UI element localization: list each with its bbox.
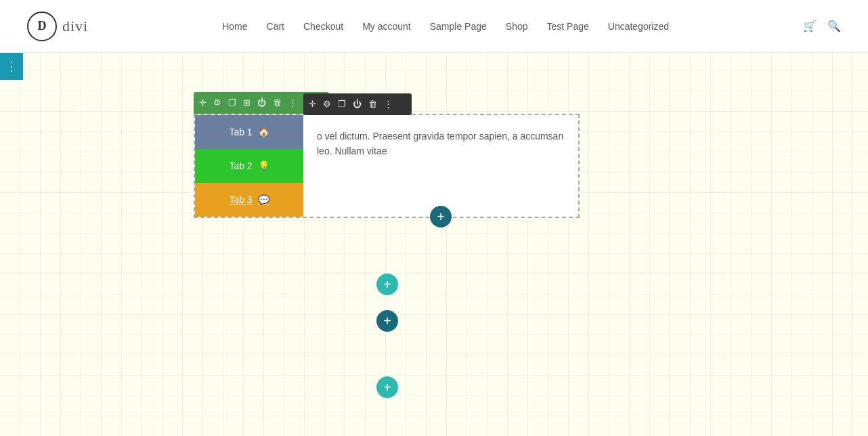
- inner-delete-icon[interactable]: 🗑: [367, 96, 378, 113]
- add-btn-3[interactable]: +: [376, 376, 398, 398]
- nav-shop[interactable]: Shop: [506, 21, 528, 32]
- add-btn-2[interactable]: +: [376, 310, 398, 332]
- toggle-icon[interactable]: ⏻: [256, 96, 267, 110]
- inner-more-icon[interactable]: ⋮: [383, 96, 394, 113]
- add-btn-1[interactable]: +: [376, 274, 398, 295]
- tab-list: Tab 1 🏠 Tab 2 💡 Tab 3 💬: [195, 115, 303, 217]
- inner-settings-icon[interactable]: ⚙: [322, 96, 332, 113]
- more-icon[interactable]: ⋮: [287, 96, 299, 110]
- logo[interactable]: D divi: [27, 12, 88, 41]
- search-icon[interactable]: 🔍: [827, 20, 841, 32]
- add-btn-wrapper-2: +: [376, 310, 398, 332]
- nav-uncategorized[interactable]: Uncategorized: [608, 21, 669, 32]
- tab1-icon: 🏠: [258, 127, 269, 137]
- inner-copy-icon[interactable]: ❐: [337, 96, 347, 113]
- settings-icon[interactable]: ⚙: [212, 96, 223, 110]
- copy-icon[interactable]: ❐: [227, 96, 238, 110]
- tab-item-3[interactable]: Tab 3 💬: [195, 183, 303, 217]
- tab-item-1[interactable]: Tab 1 🏠: [195, 115, 303, 149]
- delete-icon[interactable]: 🗑: [272, 96, 283, 110]
- left-toolbar[interactable]: ⋮: [0, 53, 23, 80]
- tab-module: ✛ ⚙ ❐ ⊞ ⏻ 🗑 ⋮ Tab 1 🏠 Tab 2 💡: [194, 92, 580, 218]
- logo-text: divi: [62, 18, 88, 35]
- add-btn-wrapper-3: +: [376, 376, 398, 398]
- tab2-icon: 💡: [258, 160, 269, 171]
- nav-home[interactable]: Home: [222, 21, 247, 32]
- grid-icon[interactable]: ⊞: [242, 96, 252, 110]
- logo-icon: D: [27, 12, 57, 41]
- nav-my-account[interactable]: My account: [362, 21, 411, 32]
- tab-content-text: o vel dictum. Praesent gravida tempor sa…: [317, 129, 565, 159]
- header-actions: 🛒 🔍: [803, 20, 841, 32]
- main-content: ✛ ⚙ ❐ ⊞ ⏻ 🗑 ⋮ Tab 1 🏠 Tab 2 💡: [0, 53, 868, 436]
- nav-cart[interactable]: Cart: [267, 21, 284, 32]
- nav-test-page[interactable]: Test Page: [547, 21, 589, 32]
- tab-item-2[interactable]: Tab 2 💡: [195, 149, 303, 183]
- add-btn-wrapper-1: +: [376, 274, 398, 295]
- add-btn-content[interactable]: +: [430, 206, 452, 227]
- inner-move-icon[interactable]: ✛: [307, 96, 318, 113]
- header: D divi Home Cart Checkout My account Sam…: [0, 0, 868, 53]
- left-toolbar-icon: ⋮: [5, 59, 18, 74]
- main-nav: Home Cart Checkout My account Sample Pag…: [222, 20, 669, 32]
- move-icon[interactable]: ✛: [198, 96, 208, 110]
- tab3-icon: 💬: [258, 194, 269, 205]
- nav-checkout[interactable]: Checkout: [303, 21, 343, 32]
- inner-toolbar: ✛ ⚙ ❐ ⏻ 🗑 ⋮: [303, 93, 412, 115]
- tab-container: Tab 1 🏠 Tab 2 💡 Tab 3 💬 ✛ ⚙: [194, 114, 580, 218]
- nav-sample-page[interactable]: Sample Page: [430, 21, 487, 32]
- cart-icon[interactable]: 🛒: [803, 20, 817, 32]
- tab2-label: Tab 2: [229, 160, 252, 171]
- inner-toggle-icon[interactable]: ⏻: [351, 96, 363, 113]
- tab3-label: Tab 3: [229, 194, 252, 205]
- tab-content: ✛ ⚙ ❐ ⏻ 🗑 ⋮ o vel dictum. Praesent gravi…: [303, 115, 578, 217]
- tab1-label: Tab 1: [229, 127, 252, 137]
